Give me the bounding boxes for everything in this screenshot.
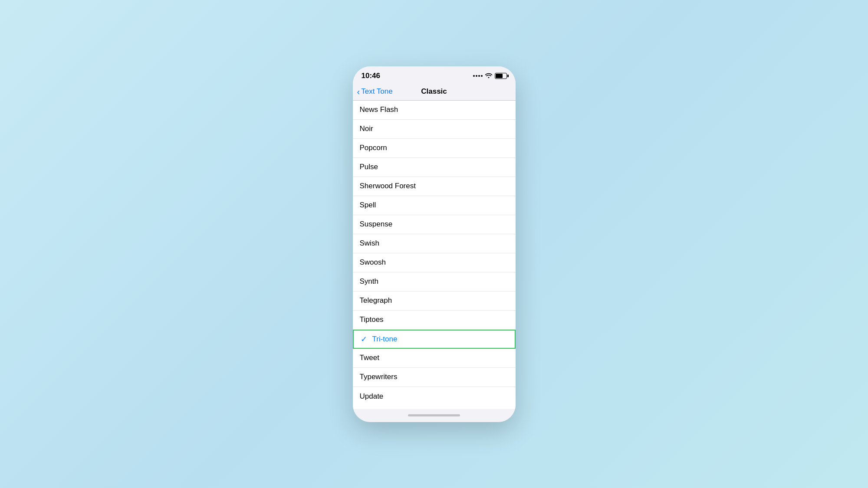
list-item[interactable]: Swoosh	[353, 253, 516, 272]
list-item-label: Tiptoes	[360, 315, 509, 324]
list-item[interactable]: Spell	[353, 196, 516, 215]
list-item[interactable]: Swish	[353, 234, 516, 253]
list-item-label: Suspense	[360, 220, 509, 229]
battery-icon	[495, 73, 507, 79]
list-item-label: Tweet	[360, 354, 509, 362]
back-button[interactable]: ‹ Text Tone	[357, 87, 393, 96]
list-item[interactable]: Update	[353, 387, 516, 406]
home-bar	[408, 414, 460, 416]
list-item-label: News Flash	[360, 105, 509, 114]
status-bar: 10:46	[353, 66, 516, 84]
checkmark-icon: ✓	[361, 334, 367, 344]
list-item-label: Popcorn	[360, 144, 509, 152]
list-item[interactable]: Noir	[353, 120, 516, 139]
list-item[interactable]: Popcorn	[353, 139, 516, 158]
list-item-label: Spell	[360, 201, 509, 210]
list-item[interactable]: Pulse	[353, 158, 516, 177]
list-item[interactable]: Telegraph	[353, 291, 516, 311]
list-item[interactable]: ✓Tri-tone	[353, 330, 516, 349]
list-item-label: Noir	[360, 124, 509, 133]
back-label: Text Tone	[361, 87, 392, 96]
status-icons	[473, 72, 507, 79]
list-item[interactable]: Synth	[353, 272, 516, 291]
list-item-label: Swish	[360, 239, 509, 248]
list-item-label: Update	[360, 392, 509, 401]
list-item-label: Sherwood Forest	[360, 182, 509, 190]
list-item[interactable]: Sherwood Forest	[353, 177, 516, 196]
status-time: 10:46	[362, 72, 380, 80]
list-item[interactable]: Typewriters	[353, 368, 516, 387]
phone-frame: 10:46 ‹ Text Tone	[353, 66, 516, 422]
home-indicator	[353, 409, 516, 422]
nav-bar: ‹ Text Tone Classic	[353, 84, 516, 101]
page-title: Classic	[421, 87, 447, 96]
ringtone-list[interactable]: News FlashNoirPopcornPulseSherwood Fores…	[353, 101, 516, 409]
signal-icon	[473, 75, 483, 77]
wifi-icon	[485, 72, 492, 79]
list-item[interactable]: Suspense	[353, 215, 516, 234]
list-item-label: Pulse	[360, 163, 509, 171]
list-item-label: Swoosh	[360, 258, 509, 267]
list-item-label: Tri-tone	[372, 335, 508, 344]
list-item-label: Typewriters	[360, 373, 509, 381]
list-item-label: Synth	[360, 277, 509, 286]
back-chevron-icon: ‹	[357, 87, 360, 96]
list-item[interactable]: Tweet	[353, 349, 516, 368]
list-item[interactable]: Tiptoes	[353, 311, 516, 330]
list-item[interactable]: News Flash	[353, 101, 516, 120]
list-item-label: Telegraph	[360, 296, 509, 305]
